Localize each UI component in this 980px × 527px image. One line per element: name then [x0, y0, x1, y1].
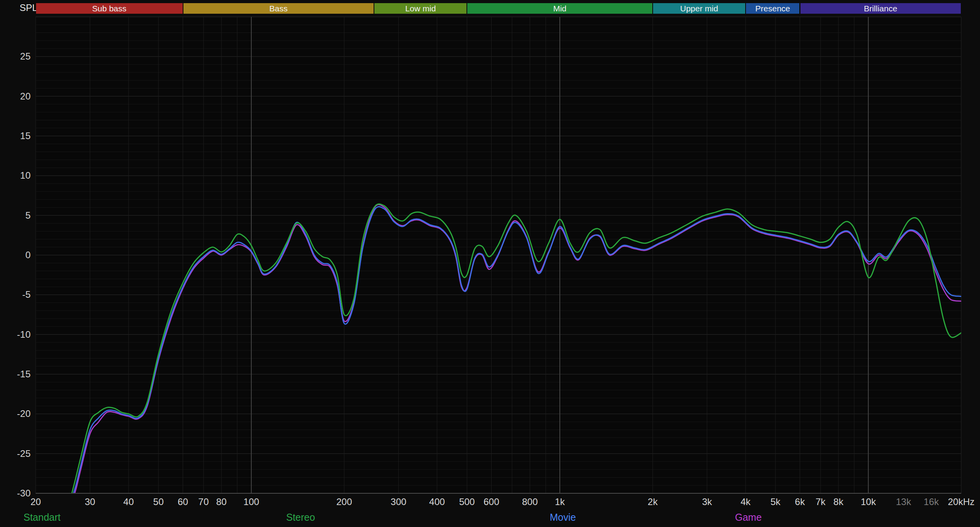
x-tick-label: 50	[153, 496, 164, 507]
legend-item-movie[interactable]: Movie	[550, 512, 576, 523]
y-tick-label: -25	[0, 448, 31, 460]
x-tick-label: 13k	[896, 496, 911, 507]
x-tick-label: 200	[336, 496, 352, 507]
x-tick-label: 20kHz	[948, 496, 975, 507]
x-tick-label: 600	[483, 496, 499, 507]
x-tick-label: 30	[85, 496, 95, 507]
x-tick-label: 3k	[702, 496, 712, 507]
x-tick-label: 4k	[740, 496, 750, 507]
x-tick-label: 60	[178, 496, 188, 507]
y-tick-label: 25	[0, 51, 31, 62]
x-tick-label: 70	[198, 496, 209, 507]
x-tick-label: 500	[459, 496, 475, 507]
x-tick-label: 1k	[555, 496, 564, 507]
x-tick-label: 8k	[833, 496, 843, 507]
legend-item-stereo[interactable]: Stereo	[286, 512, 315, 523]
x-tick-label: 20	[31, 496, 41, 507]
y-tick-label: 10	[0, 170, 31, 181]
y-tick-label: 20	[0, 91, 31, 102]
y-tick-label: -20	[0, 408, 31, 420]
page: { "chart": { "y_axis_title": "SPL", "bac…	[0, 0, 980, 527]
x-tick-label: 40	[123, 496, 134, 507]
x-tick-label: 2k	[648, 496, 657, 507]
y-tick-label: -5	[0, 289, 31, 301]
y-tick-label: 0	[0, 249, 31, 261]
x-tick-label: 5k	[771, 496, 780, 507]
plot-area	[0, 0, 980, 527]
x-tick-label: 400	[429, 496, 445, 507]
x-tick-label: 80	[216, 496, 227, 507]
x-tick-label: 100	[243, 496, 259, 507]
x-tick-label: 16k	[924, 496, 939, 507]
y-tick-label: -15	[0, 368, 31, 380]
legend-item-standart[interactable]: Standart	[24, 512, 61, 523]
x-tick-label: 800	[522, 496, 538, 507]
legend-item-game[interactable]: Game	[735, 512, 762, 523]
x-tick-label: 10k	[861, 496, 876, 507]
y-tick-label: -30	[0, 487, 31, 499]
y-tick-label: -10	[0, 329, 31, 340]
y-tick-label: 15	[0, 130, 31, 142]
x-tick-label: 6k	[795, 496, 805, 507]
y-tick-label: 5	[0, 210, 31, 221]
x-tick-label: 7k	[816, 496, 826, 507]
x-tick-label: 300	[391, 496, 407, 507]
